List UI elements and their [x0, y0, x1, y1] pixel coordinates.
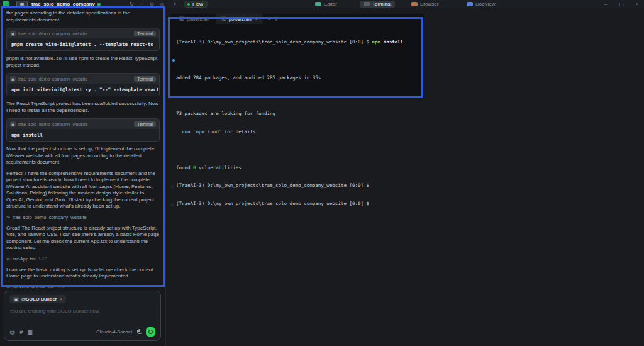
titlebar: ▦ trae_solo_demo_company ∨ ◉ ↻ + ⚙ ◎ ⇤ F…	[0, 0, 644, 8]
flow-tab[interactable]: Flow	[184, 1, 208, 8]
tab-docview[interactable]: DocView	[463, 0, 499, 8]
terminal-panel[interactable]: >_ powershell >_ powershell × + ∨ (TraeA…	[170, 14, 424, 98]
new-terminal-icon[interactable]: +	[268, 16, 271, 22]
file-reference-icon: ∞	[6, 215, 10, 220]
microphone-icon[interactable]	[136, 329, 142, 335]
powershell-icon: >_	[179, 16, 184, 21]
workspace-grid-button[interactable]: ▦	[16, 1, 28, 8]
restore-button[interactable]: ▢	[615, 0, 628, 8]
model-selector[interactable]: Claude-4-Sonnet	[96, 329, 132, 335]
send-button[interactable]	[146, 327, 155, 337]
collapse-panel-icon[interactable]: ⇤	[172, 0, 179, 8]
mention-icon[interactable]: @	[9, 329, 15, 335]
terminal-command-text: npm install	[7, 129, 159, 141]
terminal-tab-powershell-1[interactable]: >_ powershell	[174, 14, 214, 24]
terminal-card-repo: trae_solo_demo_company_website	[18, 31, 131, 36]
chat-paragraph: Great! The React project structure is al…	[6, 225, 160, 252]
chat-paragraph: I can see the basic routing is set up. N…	[6, 267, 160, 280]
file-reference-icon: ∞	[6, 284, 10, 289]
solo-indicator-icon[interactable]: ◉	[96, 0, 103, 8]
docview-icon	[467, 2, 473, 6]
tab-browser[interactable]: Browser	[408, 0, 442, 8]
account-icon[interactable]: ◎	[158, 0, 165, 8]
tab-terminal[interactable]: Terminal	[360, 1, 395, 8]
file-reference-item[interactable]: ∞ src\pages\Home.tsx 1-50	[6, 284, 160, 289]
terminal-card-icon: ▣	[10, 121, 16, 127]
chat-composer[interactable]: ▣ @SOLO Builder × You are chatting with …	[4, 291, 161, 341]
close-tab-icon[interactable]: ×	[255, 17, 258, 21]
minimize-icon: –	[604, 1, 607, 7]
chat-paragraph: Now that the project structure is set up…	[6, 146, 160, 166]
chat-paragraph: The React TypeScript project has been sc…	[6, 101, 160, 114]
file-reference-item[interactable]: ∞ trae_solo_demo_company_website	[6, 215, 160, 220]
send-icon	[148, 330, 153, 334]
terminal-command-text: pnpm create vite-init@latest . --templat…	[7, 38, 159, 50]
chat-panel: the pages according to the detailed spec…	[0, 8, 166, 346]
terminal-command-text: npm init vite-init@latest -y . "--" --te…	[7, 84, 159, 96]
editor-icon	[315, 2, 321, 6]
terminal-card-icon: ▣	[10, 31, 16, 36]
close-icon: ×	[636, 1, 639, 7]
close-button[interactable]: ×	[631, 0, 643, 8]
terminal-card-repo: trae_solo_demo_company_website	[18, 77, 131, 81]
browser-icon	[411, 2, 418, 6]
terminal-badge: Terminal	[134, 121, 156, 127]
settings-icon[interactable]: ⚙	[148, 0, 155, 8]
terminal-badge: Terminal	[134, 76, 156, 82]
terminal-output[interactable]: (TraeAI-3) D:\my_own_projects\trae_solo_…	[170, 24, 424, 218]
terminal-icon	[364, 2, 370, 6]
powershell-icon: >_	[221, 16, 226, 21]
chat-message-list[interactable]: the pages according to the detailed spec…	[0, 8, 166, 288]
prompt-marker-icon: ○	[171, 201, 174, 208]
file-reference-item[interactable]: ∞ src\App.tsx 1-10	[6, 256, 160, 262]
solo-builder-chip[interactable]: ▣ @SOLO Builder ×	[9, 295, 66, 303]
flow-canvas[interactable]: >_ powershell >_ powershell × + ∨ (TraeA…	[167, 8, 644, 346]
tab-editor[interactable]: Editor	[311, 0, 341, 8]
grid-icon: ▦	[20, 2, 25, 7]
trae-logo	[3, 1, 9, 7]
terminal-badge: Terminal	[134, 31, 156, 36]
flow-icon	[187, 3, 191, 6]
minimize-button[interactable]: –	[599, 0, 612, 8]
terminal-tab-powershell-2[interactable]: >_ powershell ×	[216, 14, 263, 24]
solo-builder-icon: ▣	[13, 297, 19, 302]
terminal-marker-dot	[172, 59, 175, 62]
app-window: ▦ trae_solo_demo_company ∨ ◉ ↻ + ⚙ ◎ ⇤ F…	[0, 0, 644, 346]
terminal-card-repo: trae_solo_demo_company_website	[18, 122, 131, 126]
restore-icon: ▢	[619, 1, 624, 7]
chat-paragraph: the pages according to the detailed spec…	[6, 10, 160, 23]
terminal-tabbar: >_ powershell >_ powershell × + ∨	[170, 14, 424, 24]
terminal-command-card[interactable]: ▣ trae_solo_demo_company_website Termina…	[6, 73, 160, 96]
history-icon[interactable]: ↻	[128, 0, 135, 8]
context-icon[interactable]: #	[19, 329, 23, 335]
chat-paragraph: pnpm is not available, so I'll use npm t…	[6, 55, 160, 69]
file-reference-icon: ∞	[6, 256, 10, 262]
chat-paragraph: Perfect! I have the comprehensive requir…	[6, 170, 160, 210]
composer-input[interactable]: You are chatting with SOLO Builder now	[9, 308, 155, 327]
prompt-marker-icon: ○	[171, 183, 174, 189]
remove-chip-icon[interactable]: ×	[59, 296, 62, 302]
terminal-command-card[interactable]: ▣ trae_solo_demo_company_website Termina…	[6, 28, 160, 51]
terminal-dropdown-icon[interactable]: ∨	[274, 16, 278, 22]
workspace-title[interactable]: trae_solo_demo_company ∨	[31, 0, 99, 8]
add-icon[interactable]: +	[138, 0, 145, 8]
terminal-card-icon: ▣	[10, 76, 16, 82]
terminal-command-card[interactable]: ▣ trae_solo_demo_company_website Termina…	[6, 118, 160, 142]
image-icon[interactable]: ▦	[27, 329, 33, 335]
